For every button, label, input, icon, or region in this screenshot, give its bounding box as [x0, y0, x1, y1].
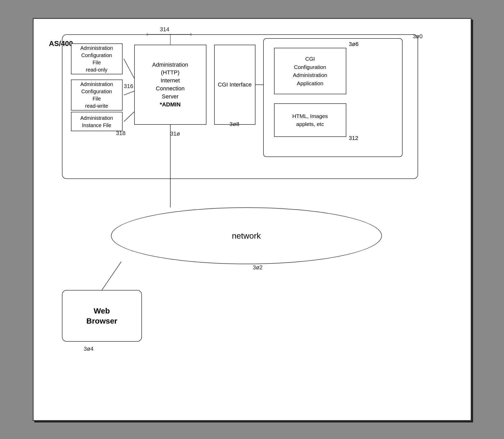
svg-line-5	[102, 262, 121, 290]
network-ellipse: network	[111, 207, 382, 264]
right-group-box: 3ø6 CGIConfigurationAdministrationApplic…	[263, 38, 403, 157]
cgi-config-admin-app-box: CGIConfigurationAdministrationApplicatio…	[274, 48, 346, 94]
ref-306: 3ø6	[349, 41, 359, 48]
ref-308: 3ø8	[230, 121, 239, 128]
ref-302: 3ø2	[253, 264, 263, 271]
html-images-applets-box: HTML, Imagesapplets, etc	[274, 103, 346, 137]
web-browser-box: WebBrowser	[62, 290, 142, 342]
admin-instance-file-text: AdministrationInstance File	[80, 114, 113, 129]
ref-316: 316	[124, 83, 133, 90]
ref-300: 3ø0	[413, 33, 423, 40]
cgi-config-admin-app-text: CGIConfigurationAdministrationApplicatio…	[293, 55, 327, 87]
diagram-page: AS/400 314 3ø0 AdministrationConfigurati…	[33, 18, 471, 421]
admin-config-file-readwrite-text: AdministrationConfigurationFileread-writ…	[80, 81, 113, 109]
admin-config-file-readonly-text: AdministrationConfigurationFileread-only	[80, 44, 113, 73]
ref-314: 314	[160, 26, 170, 33]
web-browser-text: WebBrowser	[86, 306, 117, 326]
html-images-applets-text: HTML, Imagesapplets, etc	[292, 112, 328, 128]
admin-server-box: Administration(HTTP)InternetConnectionSe…	[134, 45, 206, 125]
admin-instance-file-box: AdministrationInstance File	[71, 112, 123, 131]
admin-config-file-readonly-box: AdministrationConfigurationFileread-only	[71, 43, 123, 74]
ref-310: 31ø	[170, 130, 180, 137]
admin-server-text: Administration(HTTP)InternetConnectionSe…	[152, 61, 188, 109]
network-label: network	[232, 231, 261, 241]
ref-312: 312	[349, 135, 358, 142]
cgi-interface-text: CGI Interface	[218, 81, 252, 89]
ref-318: 318	[116, 130, 126, 137]
cgi-interface-box: CGI Interface	[214, 45, 255, 125]
ref-304: 3ø4	[84, 346, 94, 352]
admin-config-file-readwrite-box: AdministrationConfigurationFileread-writ…	[71, 80, 123, 111]
